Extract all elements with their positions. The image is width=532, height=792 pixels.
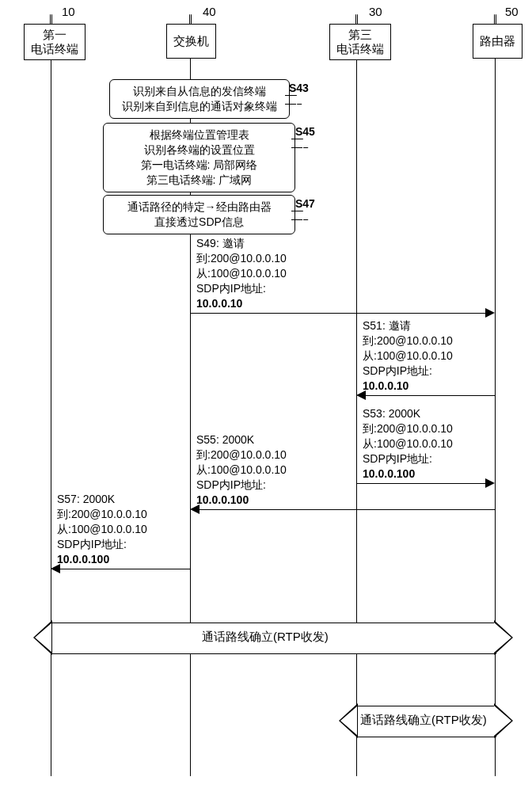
actor-box-switch: 交换机 (166, 24, 216, 59)
actor-num-2: 40 (203, 5, 216, 18)
process-text: 根据终端位置管理表识别各终端的设置位置第一电话终端: 局部网络第三电话终端: 广… (141, 128, 258, 186)
rtp-label-1: 通话路线确立(RTP收发) (202, 630, 329, 645)
arrow-s53 (356, 483, 485, 484)
process-box-s43: 识别来自从信息的发信终端识别来自到信息的通话对象终端 (109, 79, 290, 119)
actor-label: 路由器 (480, 34, 515, 48)
big-arrow-head-left-icon (33, 620, 52, 655)
lifeline-router (495, 28, 496, 776)
arrow-head-icon (190, 505, 200, 514)
arrow-head-icon (485, 478, 495, 488)
actor-label: 第一电话终端 (31, 28, 78, 55)
actor-label: 第三电话终端 (336, 28, 384, 55)
rtp-label-2: 通话路线确立(RTP收发) (360, 713, 487, 728)
actor-num-3: 30 (369, 5, 382, 18)
actor-num-1: 10 (62, 5, 75, 18)
step-label-s45: S45 (295, 125, 315, 138)
flag-icon (291, 137, 306, 149)
actor-box-router: 路由器 (473, 24, 522, 59)
msg-s49: S49: 邀请 到:200@10.0.0.10 从:100@10.0.0.10 … (196, 236, 287, 310)
flag-icon (291, 209, 306, 221)
msg-s55: S55: 2000K 到:200@10.0.0.10 从:100@10.0.0.… (196, 432, 287, 507)
process-text: 识别来自从信息的发信终端识别来自到信息的通话对象终端 (122, 85, 277, 112)
big-arrow-head-left-icon (339, 703, 358, 738)
arrow-s51 (366, 395, 495, 396)
process-box-s47: 通话路径的特定→经由路由器直接透过SDP信息 (103, 195, 295, 234)
lifeline-terminal-1 (51, 28, 51, 776)
big-arrow-head-right-icon (494, 620, 513, 655)
flag-icon (285, 93, 299, 105)
arrow-head-icon (356, 390, 366, 400)
step-label-s47: S47 (295, 197, 315, 210)
arrow-head-icon (51, 564, 60, 573)
msg-s57: S57: 2000K 到:200@10.0.0.10 从:100@10.0.0.… (57, 492, 147, 566)
process-text: 通话路径的特定→经由路由器直接透过SDP信息 (127, 200, 272, 228)
arrow-head-icon (485, 308, 495, 318)
arrow-s55 (200, 509, 495, 510)
step-label-s43: S43 (289, 82, 309, 94)
actor-num-4: 50 (505, 5, 519, 18)
sequence-diagram: 10 40 30 50 第一电话终端 交换机 第三电话终端 路由器 识别来自从信… (0, 0, 532, 792)
arrow-s49 (190, 313, 485, 314)
process-box-s45: 根据终端位置管理表识别各终端的设置位置第一电话终端: 局部网络第三电话终端: 广… (103, 123, 295, 192)
arrow-s57 (60, 569, 190, 569)
big-arrow-head-right-icon (494, 703, 513, 738)
actor-box-terminal-3: 第三电话终端 (329, 24, 391, 60)
msg-s51: S51: 邀请 到:200@10.0.0.10 从:100@10.0.0.10 … (363, 318, 453, 393)
actor-label: 交换机 (173, 34, 209, 48)
msg-s53: S53: 2000K 到:200@10.0.0.10 从:100@10.0.0.… (363, 406, 453, 481)
lifeline-terminal-3 (356, 28, 357, 776)
actor-box-terminal-1: 第一电话终端 (24, 24, 86, 60)
